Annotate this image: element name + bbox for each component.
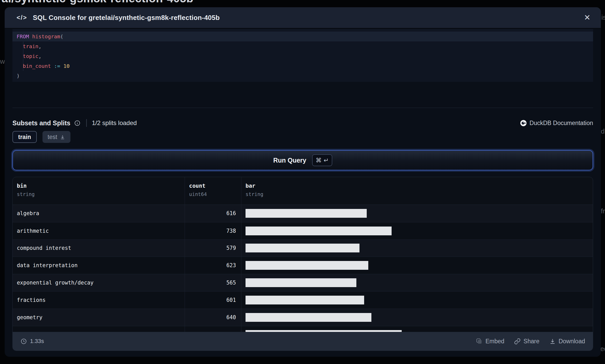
sql-editor[interactable]: FROM histogram( train, topic, bin_count … <box>12 29 593 82</box>
indent-guide <box>23 41 23 71</box>
page: ai/synthetic-gsm8k-reflection-405b wisdf… <box>0 0 605 364</box>
column-name: bar <box>246 183 589 189</box>
code-line[interactable]: bin_count := 10 <box>12 61 593 71</box>
count-cell: 623 <box>185 257 241 274</box>
modal-header: </> SQL Console for gretelai/synthetic-g… <box>5 7 601 28</box>
background-page-title-fragment: ai/synthetic-gsm8k-reflection-405b <box>2 0 193 5</box>
histogram-bar <box>246 313 371 322</box>
split-tabs: train test <box>12 131 70 143</box>
column-name: bin <box>17 183 181 189</box>
column-header-count: count uint64 <box>185 177 241 205</box>
table-row: data interpretation623 <box>13 257 593 274</box>
count-cell <box>185 326 241 332</box>
table-body: algebra616arithmetic738compound interest… <box>13 205 593 332</box>
info-icon[interactable] <box>74 120 81 126</box>
clock-icon <box>20 338 27 345</box>
code-token: histogram <box>32 33 60 40</box>
modal-title: SQL Console for gretelai/synthetic-gsm8k… <box>33 14 220 22</box>
bar-cell <box>241 240 593 257</box>
download-button[interactable]: Download <box>549 338 585 345</box>
sql-console-modal: </> SQL Console for gretelai/synthetic-g… <box>5 7 601 357</box>
keyboard-shortcut-badge: ⌘ ↵ <box>312 154 332 166</box>
table-header-row: bin string count uint64 bar string <box>13 177 593 205</box>
splits-row: Subsets and Splits 1/2 splits loaded Duc… <box>12 116 593 130</box>
background-text-fragment: w <box>0 57 5 65</box>
table-row: geometry640 <box>13 309 593 326</box>
run-query-label: Run Query <box>273 157 306 164</box>
duckdb-logo-icon <box>520 120 527 126</box>
code-token: , <box>38 43 41 49</box>
share-label: Share <box>523 338 539 345</box>
code-line[interactable]: topic, <box>12 51 593 61</box>
results-rows-viewport[interactable]: bin string count uint64 bar string algeb… <box>13 177 593 332</box>
column-name: count <box>189 183 237 189</box>
column-type: uint64 <box>189 191 237 197</box>
bar-cell <box>241 257 593 274</box>
duckdb-documentation-link[interactable]: DuckDB Documentation <box>520 120 593 127</box>
split-tab-test-label: test <box>48 134 57 141</box>
code-token <box>17 53 23 59</box>
bar-cell <box>241 205 593 222</box>
bin-cell: arithmetic <box>13 222 185 239</box>
count-cell: 640 <box>185 309 241 326</box>
histogram-bar <box>246 244 359 252</box>
run-query-button[interactable]: Run Query ⌘ ↵ <box>12 150 593 170</box>
embed-button[interactable]: Embed <box>476 338 504 345</box>
bar-cell <box>241 309 593 326</box>
code-token <box>17 63 23 69</box>
code-token <box>60 63 63 69</box>
bar-cell <box>241 222 593 239</box>
histogram-bar <box>246 296 364 304</box>
background-text-fragment: is <box>601 13 605 21</box>
bar-cell <box>241 326 593 332</box>
table-row: arithmetic738 <box>13 222 593 239</box>
code-token: topic <box>23 53 38 59</box>
download-label: Download <box>559 338 585 345</box>
bin-cell: geometry <box>13 309 185 326</box>
code-token: ( <box>60 33 63 40</box>
column-type: string <box>17 191 181 197</box>
histogram-bar <box>246 227 392 235</box>
histogram-bar <box>246 278 356 287</box>
histogram-bar <box>246 261 368 270</box>
background-text-fragment: fr <box>601 207 605 215</box>
split-tab-test[interactable]: test <box>42 131 70 143</box>
duckdb-documentation-label: DuckDB Documentation <box>530 120 593 127</box>
code-token <box>51 63 54 69</box>
embed-icon <box>476 338 482 345</box>
count-cell: 565 <box>185 274 241 291</box>
query-duration: 1.33s <box>20 338 44 345</box>
count-cell: 738 <box>185 222 241 239</box>
column-type: string <box>246 191 589 197</box>
vertical-divider <box>86 119 87 127</box>
code-icon: </> <box>17 14 27 21</box>
share-button[interactable]: Share <box>514 338 539 345</box>
code-token: bin_count <box>23 63 51 69</box>
embed-label: Embed <box>485 338 504 345</box>
split-tab-train[interactable]: train <box>12 131 37 143</box>
code-token: train <box>23 43 38 49</box>
histogram-bar <box>246 209 367 218</box>
table-row <box>13 326 593 332</box>
bin-cell: compound interest <box>13 240 185 257</box>
table-row: exponential growth/decay565 <box>13 274 593 291</box>
bin-cell: exponential growth/decay <box>13 274 185 291</box>
split-tab-train-label: train <box>18 134 31 141</box>
download-icon <box>60 134 65 140</box>
column-header-bin: bin string <box>13 177 185 205</box>
results-footer: 1.33s Embed S <box>13 332 593 351</box>
background-text-fragment: eq <box>600 345 605 353</box>
close-icon[interactable]: ✕ <box>584 14 590 21</box>
download-icon <box>549 338 556 345</box>
bin-cell: algebra <box>13 205 185 222</box>
code-line[interactable]: train, <box>12 41 593 51</box>
table-row: algebra616 <box>13 205 593 222</box>
code-token: ) <box>17 73 20 79</box>
count-cell: 601 <box>185 292 241 309</box>
share-link-icon <box>514 338 521 345</box>
bar-cell <box>241 274 593 291</box>
table-row: fractions601 <box>13 291 593 309</box>
code-line[interactable]: ) <box>12 71 593 81</box>
footer-actions: Embed Share Download <box>476 338 585 345</box>
code-line[interactable]: FROM histogram( <box>12 32 593 41</box>
